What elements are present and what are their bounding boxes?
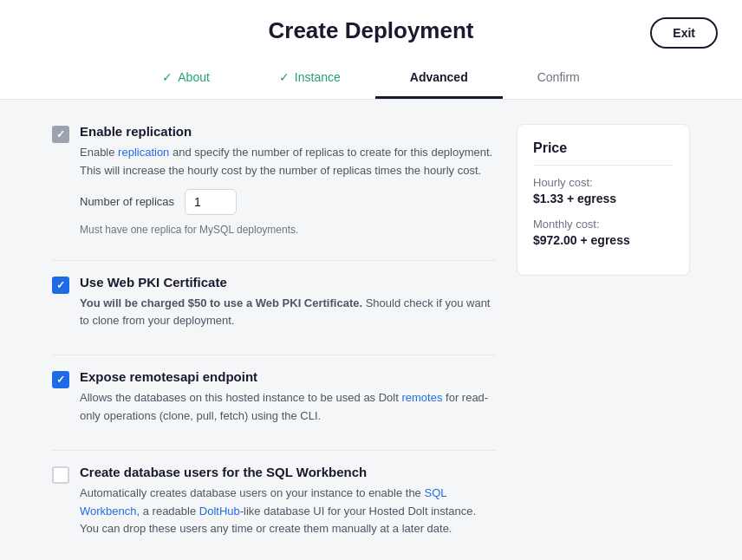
web-pki-desc: You will be charged $50 to use a Web PKI… [80,295,496,331]
option-web-pki: Use Web PKI Certificate You will be char… [52,275,496,331]
price-title: Price [533,140,674,166]
replicas-label: Number of replicas [80,195,174,208]
hourly-cost-row: Hourly cost: $1.33 + egress [533,176,674,205]
option-expose-remotesapi: Expose remotesapi endpoint Allows the da… [52,369,496,426]
replicas-hint: Must have one replica for MySQL deployme… [80,224,496,236]
expose-remotesapi-desc: Allows the databases on this hosted inst… [80,389,496,426]
enable-replication-checkbox[interactable] [52,126,69,143]
option-db-users-workbench: Create database users for the SQL Workbe… [52,465,496,538]
web-pki-checkbox-area[interactable] [52,277,69,294]
divider-2 [52,355,496,355]
divider-1 [52,260,496,261]
exit-button[interactable]: Exit [650,17,718,49]
remotes-link[interactable]: remotes [401,391,442,404]
db-users-checkbox[interactable] [52,466,69,484]
divider-3 [52,450,496,451]
dolthub-link[interactable]: DoltHub [199,505,240,518]
page-header: Create Deployment Exit ✓ About ✓ Instanc… [0,0,742,100]
hourly-cost-label: Hourly cost: [533,176,674,189]
enable-replication-content: Enable replication Enable replication an… [80,124,496,236]
about-check-icon: ✓ [162,70,172,84]
replicas-row: Number of replicas [80,189,496,215]
sql-workbench-link[interactable]: SQL Workbench [80,486,446,518]
enable-replication-title: Enable replication [80,124,496,139]
tab-advanced[interactable]: Advanced [375,58,503,99]
tab-about[interactable]: ✓ About [127,58,244,99]
expose-remotesapi-checkbox-area[interactable] [52,371,69,388]
tab-instance[interactable]: ✓ Instance [244,58,375,99]
web-pki-content: Use Web PKI Certificate You will be char… [80,275,496,331]
hourly-cost-value: $1.33 + egress [533,192,674,205]
enable-replication-checkbox-area[interactable] [52,126,69,143]
monthly-cost-label: Monthly cost: [533,218,674,231]
web-pki-title: Use Web PKI Certificate [80,275,496,290]
option-enable-replication: Enable replication Enable replication an… [52,124,496,236]
tab-bar: ✓ About ✓ Instance Advanced Confirm [0,58,742,99]
enable-replication-desc: Enable replication and specify the numbe… [80,144,496,180]
db-users-desc: Automatically creates database users on … [80,485,496,538]
monthly-cost-value: $972.00 + egress [533,233,674,247]
db-users-title: Create database users for the SQL Workbe… [80,465,496,479]
instance-check-icon: ✓ [279,70,290,84]
price-panel: Price Hourly cost: $1.33 + egress Monthl… [517,124,690,276]
tab-confirm[interactable]: Confirm [503,58,615,99]
monthly-cost-row: Monthly cost: $972.00 + egress [533,218,674,247]
web-pki-checkbox[interactable] [52,277,69,294]
options-panel: Enable replication Enable replication an… [52,124,496,560]
db-users-content: Create database users for the SQL Workbe… [80,465,496,538]
expose-remotesapi-checkbox[interactable] [52,371,69,388]
main-content: Enable replication Enable replication an… [0,100,742,560]
expose-remotesapi-content: Expose remotesapi endpoint Allows the da… [80,369,496,426]
expose-remotesapi-title: Expose remotesapi endpoint [80,369,496,384]
db-users-checkbox-area[interactable] [52,466,69,484]
page-title: Create Deployment [0,17,742,58]
replicas-input[interactable] [185,189,237,215]
replication-link[interactable]: replication [118,146,169,159]
